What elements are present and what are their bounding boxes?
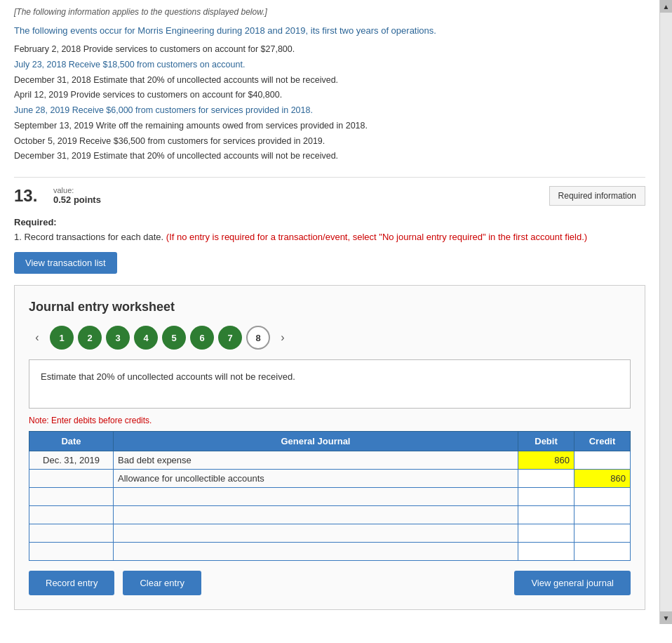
question-number: 13. xyxy=(14,186,42,206)
cell-debit-2[interactable] xyxy=(518,488,574,506)
table-row xyxy=(29,524,631,543)
event-line: December 31, 2019 Estimate that 20% of u… xyxy=(14,150,645,163)
cell-journal-1[interactable]: Allowance for uncollectible accounts xyxy=(114,470,518,488)
value-label: value: xyxy=(53,186,549,194)
cell-credit-1[interactable]: 860 xyxy=(574,470,631,488)
cell-journal-4[interactable] xyxy=(114,524,518,543)
event-line: April 12, 2019 Provide services to custo… xyxy=(14,88,645,102)
header-credit: Credit xyxy=(574,432,631,451)
cell-credit-4[interactable] xyxy=(574,524,631,543)
cell-credit-2[interactable] xyxy=(574,488,631,506)
event-line: February 2, 2018 Provide services to cus… xyxy=(14,43,645,56)
event-line: June 28, 2019 Receive $6,000 from custom… xyxy=(14,104,645,117)
required-info-button[interactable]: Required information xyxy=(549,186,645,206)
instruction-prefix: 1. Record transactions for each date. xyxy=(14,232,166,242)
scroll-down-arrow[interactable]: ▼ xyxy=(660,611,673,624)
cell-journal-3[interactable] xyxy=(114,506,518,524)
worksheet-title: Journal entry worksheet xyxy=(29,300,631,314)
event-line: July 23, 2018 Receive $18,500 from custo… xyxy=(14,58,645,72)
next-tab-arrow[interactable]: › xyxy=(274,329,291,346)
journal-table: Date General Journal Debit Credit Dec. 3… xyxy=(29,431,631,561)
required-section: Required: 1. Record transactions for eac… xyxy=(14,217,645,242)
cell-debit-4[interactable] xyxy=(518,524,574,543)
table-row xyxy=(29,506,631,524)
scroll-track[interactable] xyxy=(660,13,672,611)
event-line: December 31, 2018 Estimate that 20% of u… xyxy=(14,74,645,87)
view-general-journal-button[interactable]: View general journal xyxy=(514,571,631,595)
clear-entry-button[interactable]: Clear entry xyxy=(123,571,201,595)
cell-journal-5[interactable] xyxy=(114,543,518,561)
table-row xyxy=(29,488,631,506)
cell-debit-1[interactable] xyxy=(518,470,574,488)
event-line: October 5, 2019 Receive $36,500 from cus… xyxy=(14,135,645,148)
table-row xyxy=(29,543,631,561)
page-container: [The following information applies to th… xyxy=(0,0,672,624)
question-header: 13. value: 0.52 points Required informat… xyxy=(14,177,645,206)
cell-credit-5[interactable] xyxy=(574,543,631,561)
cell-journal-2[interactable] xyxy=(114,488,518,506)
cell-date-3[interactable] xyxy=(29,506,114,524)
cell-date-0[interactable]: Dec. 31, 2019 xyxy=(29,451,114,470)
header-date: Date xyxy=(29,432,114,451)
cell-debit-0[interactable]: 860 xyxy=(518,451,574,470)
cell-date-4[interactable] xyxy=(29,524,114,543)
prev-tab-arrow[interactable]: ‹ xyxy=(29,329,46,346)
cell-debit-5[interactable] xyxy=(518,543,574,561)
tab-8[interactable]: 8 xyxy=(246,326,270,350)
header-debit: Debit xyxy=(518,432,574,451)
points-value: 0.52 points xyxy=(53,194,549,205)
tab-3[interactable]: 3 xyxy=(106,326,130,350)
note-text: Note: Enter debits before credits. xyxy=(29,416,631,425)
tab-1[interactable]: 1 xyxy=(50,326,74,350)
cell-credit-3[interactable] xyxy=(574,506,631,524)
instruction-red: (If no entry is required for a transacti… xyxy=(166,232,587,242)
tab-navigation: ‹ 1 2 3 4 5 6 7 8 › xyxy=(29,326,631,350)
description-box: Estimate that 20% of uncollected account… xyxy=(29,359,631,409)
cell-date-2[interactable] xyxy=(29,488,114,506)
events-list: February 2, 2018 Provide services to cus… xyxy=(14,43,645,163)
journal-worksheet: Journal entry worksheet ‹ 1 2 3 4 5 6 7 … xyxy=(14,285,645,610)
tab-5[interactable]: 5 xyxy=(162,326,186,350)
tab-6[interactable]: 6 xyxy=(190,326,214,350)
bottom-buttons: Record entry Clear entry View general jo… xyxy=(29,571,631,595)
cell-date-1[interactable] xyxy=(29,470,114,488)
cell-credit-0[interactable] xyxy=(574,451,631,470)
events-intro: The following events occur for Morris En… xyxy=(14,25,645,36)
table-row: Dec. 31, 2019Bad debt expense860 xyxy=(29,451,631,470)
cell-journal-0[interactable]: Bad debt expense xyxy=(114,451,518,470)
question-meta: value: 0.52 points xyxy=(53,186,549,205)
required-title: Required: xyxy=(14,217,645,227)
tab-7[interactable]: 7 xyxy=(218,326,242,350)
main-content: [The following information applies to th… xyxy=(0,0,659,624)
record-entry-button[interactable]: Record entry xyxy=(29,571,114,595)
tab-4[interactable]: 4 xyxy=(134,326,158,350)
cell-debit-3[interactable] xyxy=(518,506,574,524)
required-instruction: 1. Record transactions for each date. (I… xyxy=(14,232,645,242)
scroll-up-arrow[interactable]: ▲ xyxy=(660,0,673,13)
event-line: September 13, 2019 Write off the remaini… xyxy=(14,119,645,133)
table-row: Allowance for uncollectible accounts860 xyxy=(29,470,631,488)
header-journal: General Journal xyxy=(114,432,518,451)
cell-date-5[interactable] xyxy=(29,543,114,561)
tab-2[interactable]: 2 xyxy=(78,326,102,350)
view-transaction-button[interactable]: View transaction list xyxy=(14,252,117,274)
intro-text: [The following information applies to th… xyxy=(14,7,645,17)
scrollbar: ▲ ▼ xyxy=(659,0,672,624)
